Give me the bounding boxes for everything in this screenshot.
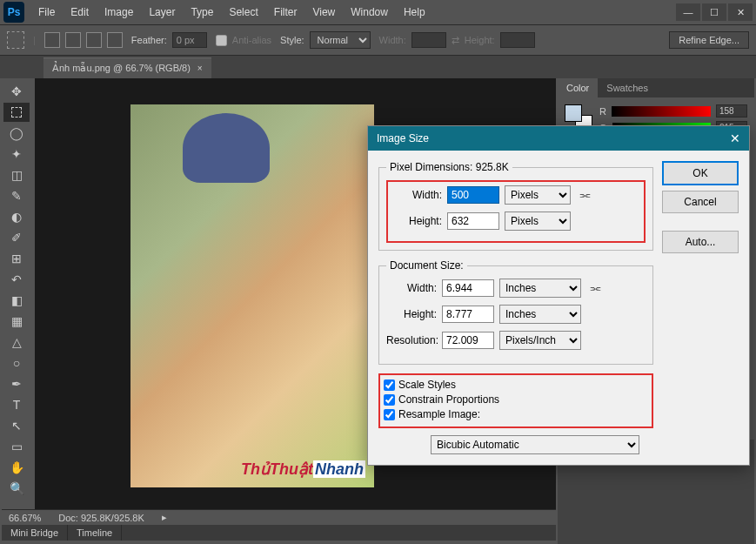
app-icon: Ps bbox=[3, 2, 24, 23]
shape-tool[interactable]: ▭ bbox=[3, 437, 30, 456]
doc-width-input[interactable] bbox=[442, 279, 494, 297]
doc-link-icon[interactable]: ⫘ bbox=[586, 281, 604, 295]
selection-intersect-icon[interactable] bbox=[107, 32, 123, 48]
pixel-height-input[interactable] bbox=[447, 212, 499, 230]
crop-tool[interactable]: ◫ bbox=[3, 165, 30, 185]
resample-checkbox[interactable] bbox=[384, 409, 395, 420]
pixel-height-unit[interactable]: Pixels bbox=[505, 212, 571, 231]
move-tool[interactable]: ✥ bbox=[3, 82, 30, 101]
selection-subtract-icon[interactable] bbox=[86, 32, 102, 48]
menu-type[interactable]: Type bbox=[184, 3, 220, 22]
doc-tab-bar: Ảnh mẫu.png @ 66.7% (RGB/8) × bbox=[0, 56, 756, 78]
history-brush-tool[interactable]: ↶ bbox=[3, 270, 30, 289]
dialog-titlebar[interactable]: Image Size ✕ bbox=[368, 126, 749, 151]
doc-height-unit[interactable]: Inches bbox=[499, 305, 581, 324]
doc-height-label: Height: bbox=[386, 308, 437, 320]
refine-edge-button[interactable]: Refine Edge... bbox=[669, 31, 749, 49]
pen-tool[interactable]: ✒ bbox=[3, 374, 30, 393]
maximize-button[interactable]: ☐ bbox=[702, 3, 726, 21]
resolution-unit[interactable]: Pixels/Inch bbox=[499, 331, 581, 350]
menu-edit[interactable]: Edit bbox=[64, 3, 96, 22]
swatches-tab[interactable]: Swatches bbox=[598, 78, 657, 97]
mini-bridge-tab[interactable]: Mini Bridge bbox=[2, 525, 68, 541]
wand-tool[interactable]: ✦ bbox=[3, 144, 30, 164]
lasso-tool[interactable]: ◯ bbox=[3, 124, 30, 143]
style-label: Style: bbox=[280, 35, 304, 45]
doc-width-unit[interactable]: Inches bbox=[499, 279, 581, 298]
cancel-button[interactable]: Cancel bbox=[662, 191, 739, 213]
dialog-close-icon[interactable]: ✕ bbox=[730, 131, 740, 145]
selection-add-icon[interactable] bbox=[65, 32, 81, 48]
resample-label: Resample Image: bbox=[398, 408, 480, 420]
timeline-tab[interactable]: Timeline bbox=[68, 525, 122, 541]
pixel-link-icon[interactable]: ⫘ bbox=[576, 188, 593, 202]
eyedropper-tool[interactable]: ✎ bbox=[3, 186, 30, 205]
image-size-dialog: Image Size ✕ Pixel Dimensions: 925.8K Wi… bbox=[367, 125, 750, 466]
ok-button[interactable]: OK bbox=[662, 161, 739, 185]
window-controls: — ☐ ✕ bbox=[676, 3, 753, 21]
r-label: R bbox=[599, 106, 606, 117]
pixel-height-label: Height: bbox=[391, 215, 442, 227]
width-input bbox=[411, 32, 446, 48]
pixel-width-label: Width: bbox=[391, 189, 442, 201]
menu-file[interactable]: File bbox=[31, 3, 62, 22]
titlebar: Ps File Edit Image Layer Type Select Fil… bbox=[0, 0, 756, 24]
hand-tool[interactable]: ✋ bbox=[3, 458, 30, 477]
brush-tool[interactable]: ✐ bbox=[3, 228, 30, 247]
gradient-tool[interactable]: ▦ bbox=[3, 312, 30, 331]
height-label: Height: bbox=[465, 35, 495, 45]
eraser-tool[interactable]: ◧ bbox=[3, 291, 30, 310]
feather-input[interactable] bbox=[172, 32, 207, 48]
document-tab-title: Ảnh mẫu.png @ 66.7% (RGB/8) bbox=[52, 63, 191, 74]
scale-styles-label: Scale Styles bbox=[398, 379, 456, 391]
menubar: File Edit Image Layer Type Select Filter… bbox=[31, 3, 432, 22]
menu-select[interactable]: Select bbox=[222, 3, 264, 22]
color-tab[interactable]: Color bbox=[558, 78, 598, 97]
auto-button[interactable]: Auto... bbox=[662, 231, 739, 253]
doc-width-label: Width: bbox=[386, 282, 437, 294]
resolution-label: Resolution: bbox=[386, 334, 437, 346]
path-tool[interactable]: ↖ bbox=[3, 416, 30, 435]
toolbox: ✥ ◯ ✦ ◫ ✎ ◐ ✐ ⊞ ↶ ◧ ▦ △ ○ ✒ T ↖ ▭ ✋ 🔍 bbox=[2, 78, 33, 501]
r-slider[interactable] bbox=[612, 106, 711, 117]
document-size-legend: Document Size: bbox=[386, 259, 467, 272]
r-value[interactable] bbox=[716, 104, 747, 118]
document-tab[interactable]: Ảnh mẫu.png @ 66.7% (RGB/8) × bbox=[43, 57, 211, 78]
pixel-width-unit[interactable]: Pixels bbox=[505, 185, 571, 205]
dodge-tool[interactable]: ○ bbox=[3, 353, 30, 373]
zoom-value[interactable]: 66.67% bbox=[9, 513, 41, 523]
minimize-button[interactable]: — bbox=[676, 3, 700, 21]
height-input bbox=[500, 32, 535, 48]
watermark: ThủThuậtNhanh bbox=[241, 460, 365, 479]
heal-tool[interactable]: ◐ bbox=[3, 207, 30, 226]
doc-info: Doc: 925.8K/925.8K bbox=[58, 513, 144, 523]
marquee-icon[interactable] bbox=[7, 31, 24, 49]
pixel-dimensions-fieldset: Pixel Dimensions: 925.8K Width: Pixels ⫘… bbox=[378, 161, 653, 251]
marquee-tool[interactable] bbox=[3, 103, 30, 122]
document-tab-close-icon[interactable]: × bbox=[197, 64, 203, 73]
pixel-width-input[interactable] bbox=[447, 186, 499, 204]
doc-height-input[interactable] bbox=[442, 306, 494, 323]
stamp-tool[interactable]: ⊞ bbox=[3, 249, 30, 268]
pixel-dimensions-legend: Pixel Dimensions: 925.8K bbox=[386, 161, 512, 173]
antialias-label: Anti-alias bbox=[232, 35, 271, 45]
menu-window[interactable]: Window bbox=[344, 3, 395, 22]
blur-tool[interactable]: △ bbox=[3, 332, 30, 352]
menu-help[interactable]: Help bbox=[397, 3, 432, 22]
constrain-checkbox[interactable] bbox=[384, 394, 395, 406]
scale-styles-checkbox[interactable] bbox=[384, 379, 395, 391]
options-bar: | Feather: Anti-alias Style: Normal Widt… bbox=[0, 24, 756, 56]
resample-method-select[interactable]: Bicubic Automatic bbox=[431, 435, 639, 454]
canvas-image[interactable]: ThủThuậtNhanh bbox=[130, 104, 374, 487]
style-select[interactable]: Normal bbox=[310, 31, 371, 49]
resolution-input[interactable] bbox=[442, 332, 494, 349]
close-button[interactable]: ✕ bbox=[728, 3, 753, 21]
menu-layer[interactable]: Layer bbox=[142, 3, 182, 22]
menu-filter[interactable]: Filter bbox=[267, 3, 304, 22]
selection-new-icon[interactable] bbox=[44, 32, 60, 48]
menu-image[interactable]: Image bbox=[97, 3, 140, 22]
menu-view[interactable]: View bbox=[305, 3, 342, 22]
zoom-tool[interactable]: 🔍 bbox=[3, 479, 30, 498]
feather-label: Feather: bbox=[131, 35, 167, 45]
type-tool[interactable]: T bbox=[3, 395, 30, 414]
